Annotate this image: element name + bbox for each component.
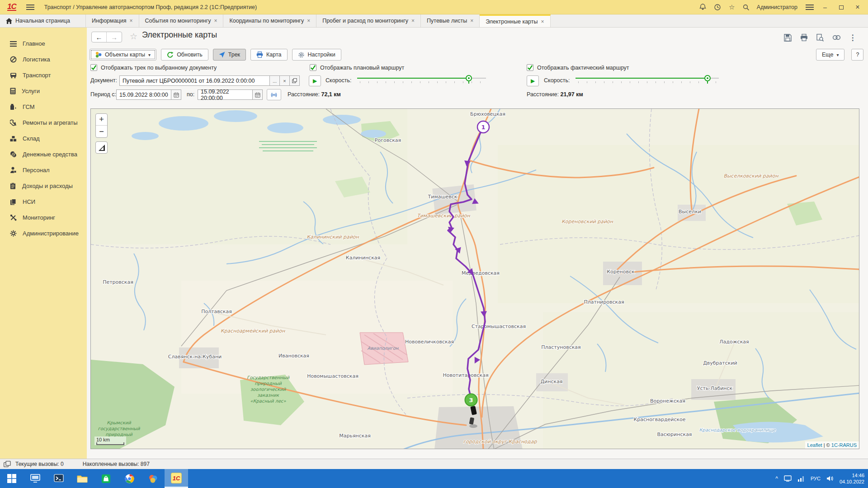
search-icon[interactable] [742, 3, 750, 11]
track-navigation-icon [219, 52, 225, 58]
taskbar-clock[interactable]: 14:46 04.10.2022 [840, 472, 864, 485]
map-zoom-control: + − [95, 113, 108, 138]
tab-informaciya[interactable]: Информация× [86, 14, 139, 27]
zoom-in-button[interactable]: + [96, 114, 107, 126]
fact-speed-slider-thumb[interactable] [704, 75, 711, 81]
sidebar-item-denezhnye-sredstva[interactable]: Денежные средства [0, 146, 87, 162]
plan-play-button[interactable]: ▶ [309, 75, 321, 86]
start-button[interactable] [0, 469, 24, 488]
measure-tool-button[interactable] [95, 141, 108, 154]
keyboard-language[interactable]: РУС [811, 476, 821, 481]
plan-speed-label: Скорость: [326, 77, 351, 84]
save-icon[interactable] [783, 33, 792, 42]
sidebar-item-sklad[interactable]: Склад [0, 131, 87, 146]
tab-close-icon[interactable]: × [130, 18, 133, 24]
print-preview-icon[interactable] [816, 33, 825, 42]
colorful-app-icon [148, 474, 158, 483]
current-user[interactable]: Администратор [757, 4, 797, 10]
tab-close-icon[interactable]: × [541, 19, 544, 25]
taskbar-app-explorer[interactable] [71, 469, 94, 488]
show-track-checkbox[interactable] [90, 64, 97, 71]
back-button[interactable]: ← [92, 32, 107, 42]
plan-speed-slider-thumb[interactable] [466, 75, 472, 81]
period-from-calendar-button[interactable] [171, 89, 181, 100]
show-plan-route-checkbox[interactable] [310, 64, 316, 71]
sidebar-item-glavnoe[interactable]: Главное [0, 36, 87, 52]
kebab-menu-icon[interactable]: ⋮ [848, 33, 857, 42]
fact-play-button[interactable]: ▶ [527, 75, 539, 86]
help-button[interactable]: ? [851, 49, 863, 61]
track-end-marker[interactable]: 3 [465, 394, 477, 406]
sidebar-item-personal[interactable]: Персонал [0, 162, 87, 178]
tab-elektronnye-karty[interactable]: Электронные карты× [480, 14, 550, 27]
plan-speed-slider[interactable] [357, 74, 486, 83]
tab-putevye-listy[interactable]: Путевые листы× [421, 14, 480, 27]
vendor-link[interactable]: 1C-RARUS [831, 442, 857, 448]
document-choose-button[interactable]: ... [270, 75, 280, 86]
maximize-button[interactable] [836, 4, 846, 11]
leaflet-link[interactable]: Leaflet [807, 442, 822, 448]
sidebar-item-remonty[interactable]: Ремонты и агрегаты [0, 115, 87, 131]
print-icon[interactable] [799, 33, 808, 42]
tab-sobytiya-po-monitoringu[interactable]: События по мониторингу× [139, 14, 224, 27]
tab-close-icon[interactable]: × [470, 18, 473, 24]
track-start-marker[interactable]: 1 [477, 121, 489, 133]
sidebar-item-uslugi[interactable]: Услуги [0, 83, 87, 99]
main-menu-icon[interactable] [26, 5, 34, 10]
coordinates-signal-button[interactable] [267, 89, 281, 100]
sidebar-item-logistika[interactable]: Логистика [0, 52, 87, 67]
forward-button[interactable]: → [107, 32, 122, 42]
form-right-tools: Еще▾ ? [816, 49, 863, 61]
period-to-input[interactable]: 15.09.2022 20:00:00 [198, 89, 253, 100]
tray-display-icon[interactable] [784, 475, 792, 482]
tray-network-icon[interactable] [797, 476, 805, 482]
taskbar-app-media[interactable] [141, 469, 165, 488]
electronic-maps-form: ← → ☆ Электронные карты ⋮ Объекты кар [87, 28, 868, 459]
taskbar-app-chrome[interactable] [118, 469, 141, 488]
period-to-calendar-button[interactable] [253, 89, 263, 100]
zoom-out-button[interactable]: − [96, 126, 107, 137]
leaflet-map[interactable]: + − 10 km Leaflet | © 1C-RARUS [90, 108, 859, 449]
settings-button[interactable]: Настройки [292, 49, 341, 61]
document-clear-button[interactable]: × [280, 75, 290, 86]
document-open-button[interactable] [290, 75, 300, 86]
minimize-button[interactable]: – [820, 4, 830, 11]
favorites-star-icon[interactable]: ☆ [728, 3, 736, 11]
track-button[interactable]: Трек [213, 49, 246, 61]
calendar-icon [174, 92, 179, 98]
document-input[interactable]: Путевой лист ЦБРО0000001 от 16.09.2022 0… [119, 75, 270, 86]
service-menu-icon[interactable] [806, 5, 814, 10]
sidebar-item-nsi[interactable]: НСИ [0, 194, 87, 210]
close-button[interactable]: × [853, 3, 863, 11]
tab-home[interactable]: Начальная страница [0, 14, 86, 27]
map-label-town: Петровская [103, 279, 133, 285]
tab-close-icon[interactable]: × [411, 18, 415, 24]
period-from-input[interactable]: 15.09.2022 8:00:00 [116, 89, 171, 100]
sidebar-item-dohody-i-rashody[interactable]: Доходы и расходы [0, 178, 87, 194]
more-button[interactable]: Еще▾ [816, 49, 844, 61]
taskbar-app-1c[interactable]: 1С [165, 469, 188, 488]
sidebar-item-administrirovanie[interactable]: Администрирование [0, 225, 87, 241]
taskbar-app-terminal[interactable] [47, 469, 71, 488]
get-link-icon[interactable] [832, 33, 841, 42]
sidebar-item-gsm[interactable]: ГСМ [0, 99, 87, 115]
print-map-button[interactable]: Карта [250, 49, 287, 61]
taskbar-app-taskview[interactable] [24, 469, 47, 488]
printer-icon [256, 52, 263, 58]
tab-probeg-i-rashod[interactable]: Пробег и расход по мониторингу× [316, 14, 421, 27]
tab-koordinaty-po-monitoringu[interactable]: Координаты по мониторингу× [223, 14, 316, 27]
map-objects-button[interactable]: Объекты карты▾ [90, 49, 156, 61]
show-fact-route-checkbox[interactable] [527, 64, 533, 71]
tray-expand-icon[interactable]: ^ [775, 475, 778, 482]
add-to-favorites-star-icon[interactable]: ☆ [130, 31, 137, 42]
sidebar-item-transport[interactable]: Транспорт [0, 67, 87, 83]
history-icon[interactable] [713, 3, 722, 11]
tray-volume-icon[interactable] [826, 475, 834, 482]
fact-speed-slider[interactable] [576, 74, 719, 83]
taskbar-app-store[interactable] [94, 469, 118, 488]
sidebar-item-monitoring[interactable]: Мониторинг [0, 210, 87, 225]
notifications-bell-icon[interactable] [699, 3, 707, 11]
refresh-button[interactable]: Обновить [161, 49, 208, 61]
tab-close-icon[interactable]: × [214, 18, 217, 24]
tab-close-icon[interactable]: × [307, 18, 310, 24]
